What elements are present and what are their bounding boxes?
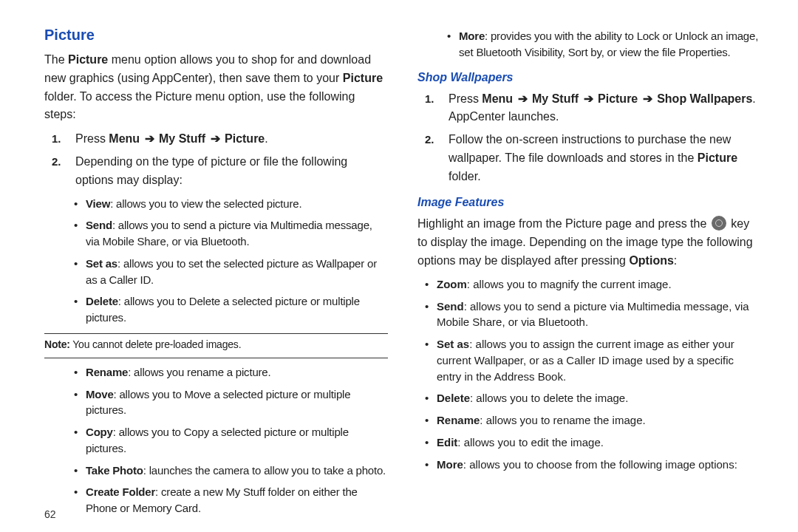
text-bold: Picture <box>225 132 265 145</box>
text-bold: Picture <box>698 151 737 164</box>
option-label: Set as <box>86 257 117 270</box>
option-label: View <box>86 197 110 210</box>
text: folder. To access the Picture menu optio… <box>44 90 355 121</box>
list-item: Rename: allows you rename a picture. <box>74 364 388 381</box>
text-bold: Picture <box>343 72 383 84</box>
divider <box>44 333 388 334</box>
picture-options-b: Rename: allows you rename a picture. Mov… <box>74 364 388 516</box>
note-body: You cannot delete pre-loaded images. <box>70 338 242 350</box>
shop-steps: 1. Press Menu ➔ My Stuff ➔ Picture ➔ Sho… <box>425 90 761 186</box>
list-item: View: allows you to view the selected pi… <box>74 196 388 212</box>
right-column: More: provides you with the ability to L… <box>417 22 761 517</box>
list-item: Delete: allows you to Delete a selected … <box>74 293 388 326</box>
list-item: Copy: allows you to Copy a selected pict… <box>74 424 388 457</box>
option-label: Delete <box>437 392 470 404</box>
option-label: More <box>459 30 485 42</box>
text: . <box>265 132 267 145</box>
option-label: Rename <box>437 414 480 426</box>
heading-image-features: Image Features <box>417 196 761 209</box>
page-number: 62 <box>44 508 56 520</box>
list-item: More: provides you with the ability to L… <box>447 28 761 61</box>
arrow-icon: ➔ <box>140 132 159 145</box>
option-label: Zoom <box>437 278 467 290</box>
text-bold: My Stuff <box>159 132 205 145</box>
picture-intro: The Picture menu option allows you to sh… <box>44 51 388 124</box>
list-item: Edit: allows you to edit the image. <box>425 434 761 451</box>
text-bold: Shop Wallpapers <box>657 92 752 105</box>
option-desc: : allows you to rename the image. <box>480 414 645 426</box>
manual-page: Picture The Picture menu option allows y… <box>0 0 798 532</box>
option-desc: : allows you to view the selected pictur… <box>110 197 301 210</box>
heading-picture: Picture <box>44 27 388 44</box>
list-item: Set as: allows you to assign the current… <box>425 336 761 384</box>
list-item: Set as: allows you to set the selected p… <box>74 256 388 288</box>
list-item: Create Folder: create a new My Stuff fol… <box>74 484 388 516</box>
picture-options-a: View: allows you to view the selected pi… <box>74 196 388 326</box>
option-label: Copy <box>86 426 113 438</box>
text: Press <box>75 132 109 145</box>
image-features-intro: Highlight an image from the Picture page… <box>417 215 761 270</box>
option-desc: : allows you to send a picture via Multi… <box>437 300 749 329</box>
arrow-icon: ➔ <box>513 92 532 105</box>
option-desc: : allows you to choose from the followin… <box>463 458 737 471</box>
heading-shop-wallpapers: Shop Wallpapers <box>417 71 761 84</box>
image-feature-options: Zoom: allows you to magnify the current … <box>425 276 761 473</box>
note-text: Note: You cannot delete pre-loaded image… <box>44 338 388 350</box>
list-item: Send: allows you to send a picture via M… <box>74 217 388 250</box>
list-item: More: allows you to choose from the foll… <box>425 457 761 473</box>
note-label: Note: <box>44 338 70 350</box>
text-bold: Picture <box>68 53 108 66</box>
text-bold: My Stuff <box>532 92 579 105</box>
option-label: Rename <box>86 366 128 378</box>
list-item: Move: allows you to Move a selected pict… <box>74 386 388 419</box>
more-bullet-list: More: provides you with the ability to L… <box>447 28 761 61</box>
option-label: More <box>437 458 463 471</box>
list-item: Send: allows you to send a picture via M… <box>425 299 761 331</box>
option-desc: : allows you to delete the image. <box>470 392 628 404</box>
option-desc: : allows you to Delete a selected pictur… <box>86 295 360 324</box>
arrow-icon: ➔ <box>579 92 598 105</box>
text-bold: Options <box>629 254 673 267</box>
option-label: Edit <box>437 436 457 449</box>
option-desc: : launches the camera to allow you to ta… <box>143 464 386 477</box>
picture-steps: 1. Press Menu ➔ My Stuff ➔ Picture. 2. D… <box>52 130 388 189</box>
text: The <box>44 53 68 66</box>
option-label: Set as <box>437 338 469 350</box>
text: : <box>674 254 677 267</box>
step-1: 1. Press Menu ➔ My Stuff ➔ Picture ➔ Sho… <box>425 90 761 127</box>
option-desc: : allows you to edit the image. <box>457 436 604 449</box>
option-desc: : provides you with the ability to Lock … <box>459 30 758 58</box>
option-desc: : allows you to magnify the current imag… <box>467 278 672 290</box>
step-2: 2. Depending on the type of picture or f… <box>52 153 388 190</box>
option-desc: : allows you to Move a selected picture … <box>86 388 350 417</box>
text-bold: Menu <box>109 132 140 145</box>
arrow-icon: ➔ <box>638 92 657 105</box>
list-item: Zoom: allows you to magnify the current … <box>425 276 761 293</box>
text: Highlight an image from the Picture page… <box>417 217 710 230</box>
step-number: 1. <box>52 130 61 147</box>
text: Press <box>449 92 482 105</box>
option-label: Send <box>437 300 464 313</box>
option-desc: : allows you to set the selected picture… <box>86 257 377 286</box>
list-item: Delete: allows you to delete the image. <box>425 390 761 406</box>
list-item: Rename: allows you to rename the image. <box>425 412 761 429</box>
step-number: 1. <box>425 90 434 107</box>
list-item: Take Photo: launches the camera to allow… <box>74 463 388 479</box>
step-2: 2. Follow the on-screen instructions to … <box>425 131 761 185</box>
option-desc: : allows you to assign the current image… <box>437 338 734 383</box>
step-1: 1. Press Menu ➔ My Stuff ➔ Picture. <box>52 130 388 149</box>
arrow-icon: ➔ <box>205 132 225 145</box>
option-desc: : allows you to Copy a selected picture … <box>86 426 349 454</box>
option-label: Send <box>86 219 112 231</box>
step-number: 2. <box>425 131 434 148</box>
text-bold: Picture <box>598 92 638 105</box>
divider <box>44 358 388 358</box>
option-desc: : allows you rename a picture. <box>128 366 270 378</box>
left-column: Picture The Picture menu option allows y… <box>44 22 388 517</box>
option-label: Create Folder <box>86 485 155 498</box>
text: Follow the on-screen instructions to pur… <box>449 133 731 164</box>
text-bold: Menu <box>482 92 513 105</box>
text: folder. <box>449 170 481 183</box>
option-label: Take Photo <box>86 464 143 477</box>
option-desc: : allows you to send a picture via Multi… <box>86 219 372 248</box>
